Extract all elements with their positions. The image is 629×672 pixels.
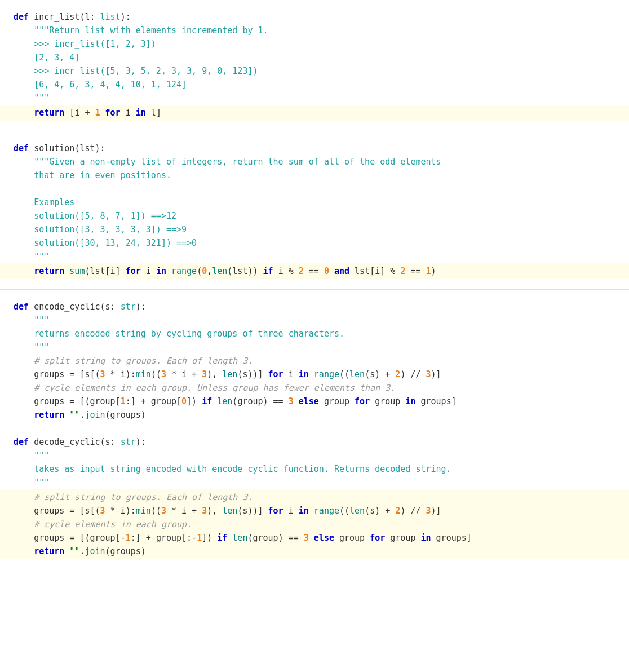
code-line: """	[14, 478, 49, 488]
code-line: def encode_cyclic(s: str):	[14, 302, 146, 312]
code-line: # cycle elements in each group. Unless g…	[14, 383, 395, 393]
highlighted-line: # cycle elements in each group.	[14, 518, 615, 531]
highlighted-line: return "".join(groups)	[14, 545, 615, 558]
code-line: """	[14, 93, 49, 103]
highlighted-line: return sum(lst[i] for i in range(0,len(l…	[14, 264, 615, 278]
code-line: """	[14, 342, 49, 352]
highlighted-section: return [i + 1 for i in l]	[0, 105, 629, 121]
code-line: solution([30, 13, 24, 321]) ==>0	[14, 238, 197, 248]
code-lines: def incr_list(l: list): """Return list w…	[0, 10, 629, 105]
code-block-1: def incr_list(l: list): """Return list w…	[0, 0, 629, 131]
code-lines: def encode_cyclic(s: str): """ returns e…	[0, 300, 629, 489]
code-line: returns encoded string by cycling groups…	[14, 329, 344, 339]
code-lines: def solution(lst): """Given a non-empty …	[0, 142, 629, 263]
code-line: solution([3, 3, 3, 3, 3]) ==>9	[14, 224, 187, 235]
code-line: >>> incr_list([1, 2, 3])	[14, 39, 156, 49]
code-line: """	[14, 251, 49, 262]
highlighted-section: # split string to groups. Each of length…	[0, 489, 629, 559]
highlighted-line: return [i + 1 for i in l]	[14, 106, 615, 120]
code-block-2: def solution(lst): """Given a non-empty …	[0, 131, 629, 290]
code-line: groups = [s[(3 * i):min((3 * i + 3), len…	[14, 369, 441, 379]
code-line: # split string to groups. Each of length…	[14, 356, 253, 366]
code-line: groups = [(group[1:] + group[0]) if len(…	[14, 396, 457, 406]
code-line: """	[14, 315, 49, 325]
code-line: Examples	[14, 197, 74, 207]
highlighted-section: return sum(lst[i] for i in range(0,len(l…	[0, 263, 629, 279]
code-line: def solution(lst):	[14, 143, 105, 153]
code-line: solution([5, 8, 7, 1]) ==>12	[14, 211, 176, 221]
code-line: """Given a non-empty list of integers, r…	[14, 157, 441, 167]
code-block-3: def encode_cyclic(s: str): """ returns e…	[0, 290, 629, 569]
code-line: """	[14, 450, 49, 461]
code-line: return "".join(groups)	[14, 410, 146, 420]
highlighted-line: groups = [s[(3 * i):min((3 * i + 3), len…	[14, 504, 615, 518]
code-line: def decode_cyclic(s: str):	[14, 437, 146, 447]
code-line: that are in even positions.	[14, 170, 171, 180]
code-line: [6, 4, 6, 3, 4, 4, 10, 1, 124]	[14, 79, 187, 90]
highlighted-line: # split string to groups. Each of length…	[14, 490, 615, 504]
code-line: takes as input string encoded with encod…	[14, 464, 451, 474]
code-line: [2, 3, 4]	[14, 52, 79, 63]
code-line: >>> incr_list([5, 3, 5, 2, 3, 3, 9, 0, 1…	[14, 66, 258, 76]
code-line: def incr_list(l: list):	[14, 12, 131, 22]
code-viewer: def incr_list(l: list): """Return list w…	[0, 0, 629, 569]
code-line: """Return list with elements incremented…	[14, 25, 268, 36]
highlighted-line: groups = [(group[-1:] + group[:-1]) if l…	[14, 531, 615, 545]
